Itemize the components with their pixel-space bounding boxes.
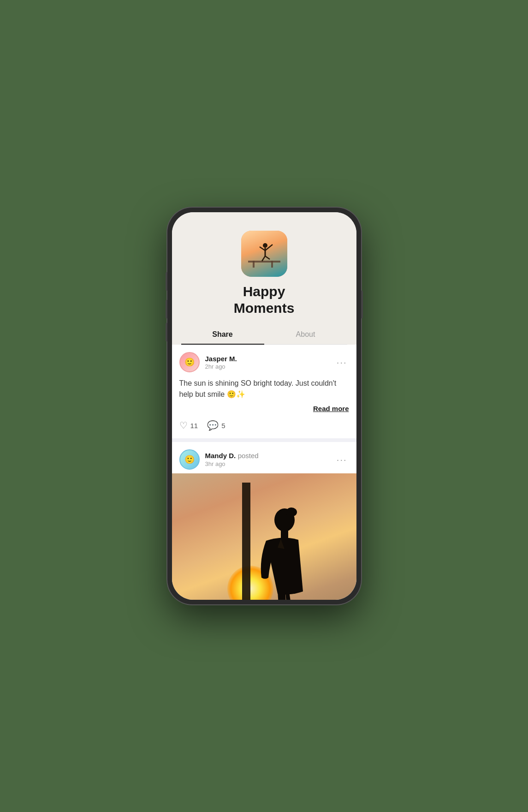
svg-rect-11 — [281, 531, 288, 539]
like-action[interactable]: ♡ 11 — [179, 420, 198, 431]
post-user-info: 🙂 Mandy D. posted 3hr ago — [179, 449, 259, 470]
user-meta: Jasper M. 2hr ago — [205, 355, 237, 370]
svg-line-8 — [265, 256, 270, 259]
post-image: + — [172, 473, 356, 600]
tabs-bar: Share About — [181, 325, 347, 345]
post-time: 3hr ago — [205, 460, 259, 467]
pole — [242, 483, 250, 600]
app-header: Happy Moments Share About — [172, 212, 356, 345]
app-title: Happy Moments — [234, 283, 295, 316]
post-header: 🙂 Mandy D. posted 3hr ago ··· — [179, 449, 349, 470]
tab-share[interactable]: Share — [181, 325, 264, 344]
user-meta: Mandy D. posted 3hr ago — [205, 452, 259, 467]
post-image-container: + — [172, 473, 356, 600]
avatar: 🙂 — [179, 352, 200, 372]
person-silhouette — [252, 499, 312, 600]
user-name: Mandy D. — [205, 452, 236, 460]
like-count: 11 — [190, 422, 198, 430]
avatar-emoji: 🙂 — [184, 454, 195, 465]
post-header: 🙂 Jasper M. 2hr ago ··· — [179, 352, 349, 372]
feed: 🙂 Jasper M. 2hr ago ··· The sun is shini… — [172, 345, 356, 600]
heart-icon: ♡ — [179, 420, 188, 431]
post-text: The sun is shining SO bright today. Just… — [179, 378, 349, 400]
post-card: 🙂 Mandy D. posted 3hr ago ··· — [172, 442, 356, 600]
user-name-line: Mandy D. posted — [205, 452, 259, 460]
svg-rect-1 — [253, 261, 255, 268]
more-options-button[interactable]: ··· — [335, 355, 349, 370]
post-actions: ♡ 11 💬 5 — [179, 420, 349, 431]
tab-about[interactable]: About — [264, 325, 347, 344]
svg-line-7 — [262, 256, 265, 261]
svg-point-10 — [286, 508, 297, 517]
comment-icon: 💬 — [207, 420, 219, 431]
post-user-info: 🙂 Jasper M. 2hr ago — [179, 352, 237, 372]
post-card: 🙂 Jasper M. 2hr ago ··· The sun is shini… — [172, 345, 356, 438]
phone-screen: Happy Moments Share About 🙂 — [172, 212, 356, 600]
avatar-emoji: 🙂 — [184, 357, 195, 367]
comment-action[interactable]: 💬 5 — [207, 420, 225, 431]
phone-frame: Happy Moments Share About 🙂 — [167, 208, 361, 604]
comment-count: 5 — [221, 422, 225, 430]
app-icon-image — [241, 231, 287, 277]
svg-rect-2 — [271, 261, 273, 268]
posted-label: posted — [238, 452, 259, 460]
app-icon — [241, 231, 287, 277]
post-time: 2hr ago — [205, 363, 237, 370]
read-more-link[interactable]: Read more — [179, 405, 349, 412]
avatar: 🙂 — [179, 449, 200, 470]
svg-point-3 — [263, 243, 267, 248]
more-options-button[interactable]: ··· — [335, 453, 349, 467]
user-name: Jasper M. — [205, 355, 237, 363]
